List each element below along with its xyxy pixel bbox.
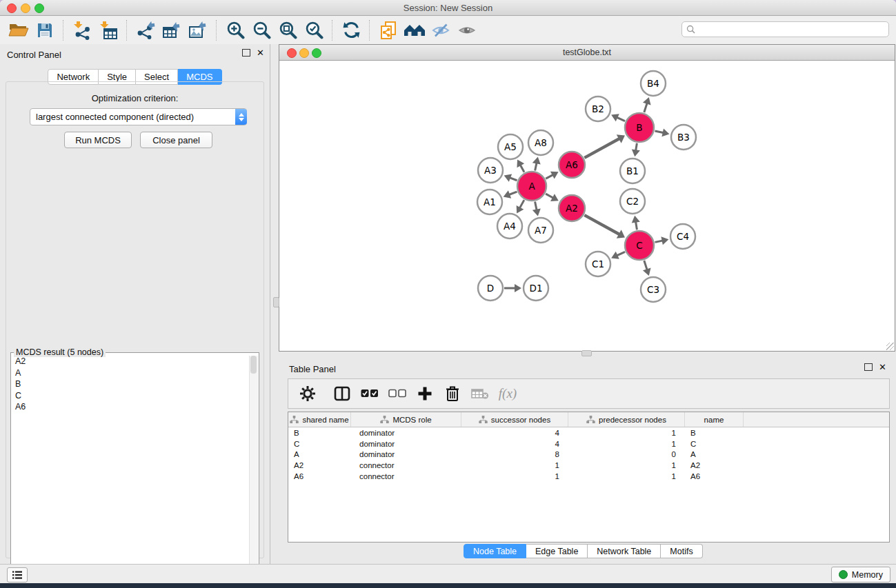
graph-node-A6[interactable]: A6	[559, 152, 585, 178]
import-network-button[interactable]	[69, 19, 95, 42]
column-label: MCDS role	[392, 416, 431, 424]
control-panel: Control Panel ✕ NetworkStyleSelectMCDS O…	[0, 44, 270, 564]
table-row[interactable]: Adominator80A	[288, 449, 889, 460]
search-input[interactable]	[698, 24, 888, 35]
select-all-columns-button[interactable]	[356, 381, 384, 406]
graph-node-C2[interactable]: C2	[620, 189, 645, 214]
result-scrollbar[interactable]	[249, 356, 258, 583]
resize-grip[interactable]	[886, 343, 894, 350]
network-window-title: testGlobe.txt	[279, 48, 895, 57]
create-column-button[interactable]	[411, 381, 439, 406]
mcds-result-item[interactable]: A	[12, 367, 249, 379]
node-label: B3	[677, 132, 690, 143]
first-neighbors-button[interactable]	[401, 19, 428, 42]
graph-node-B2[interactable]: B2	[586, 97, 610, 121]
node-label: A5	[504, 141, 517, 152]
node-label: C2	[626, 196, 639, 207]
zoom-fit-button[interactable]	[275, 19, 301, 42]
criterion-dropdown[interactable]: largest connected component (directed)	[30, 108, 247, 125]
graph-node-D1[interactable]: D1	[524, 276, 548, 301]
graph-node-D[interactable]: D	[478, 276, 503, 301]
tab-network-table[interactable]: Network Table	[588, 544, 661, 558]
column-header-shared-name[interactable]: shared name	[288, 412, 351, 427]
zoom-out-button[interactable]	[248, 19, 275, 42]
zoom-selected-button[interactable]	[301, 19, 327, 42]
table-settings-button[interactable]	[294, 381, 321, 406]
graph-node-A8[interactable]: A8	[528, 130, 553, 155]
refresh-button[interactable]	[338, 19, 364, 42]
node-label: B4	[647, 78, 659, 89]
network-view-window: testGlobe.txt AA1A2A3A4A5A6A7A8BB1B2B3B4…	[279, 44, 895, 352]
table-row[interactable]: A2connector11A2	[288, 460, 889, 471]
left-divider-handle[interactable]	[273, 297, 279, 307]
column-header-name[interactable]: name	[685, 412, 744, 427]
table-header-row: shared nameMCDS rolesuccessor nodesprede…	[288, 412, 889, 427]
float-table-panel-icon[interactable]	[864, 363, 873, 371]
dropdown-stepper-icon	[235, 109, 247, 125]
graph-node-A1[interactable]: A1	[477, 190, 502, 214]
scrollbar-thumb[interactable]	[250, 356, 257, 374]
tab-node-table[interactable]: Node Table	[464, 544, 526, 558]
graph-node-B4[interactable]: B4	[641, 71, 666, 96]
graph-node-A4[interactable]: A4	[497, 214, 522, 239]
save-session-button[interactable]	[32, 19, 58, 42]
export-network-button[interactable]	[132, 19, 159, 42]
graph-node-A2[interactable]: A2	[559, 195, 585, 221]
export-table-icon	[162, 21, 181, 40]
open-session-button[interactable]	[6, 19, 32, 42]
run-mcds-button[interactable]: Run MCDS	[64, 132, 132, 148]
tab-edge-table[interactable]: Edge Table	[526, 544, 588, 558]
mcds-result-item[interactable]: C	[12, 390, 249, 402]
graph-node-A3[interactable]: A3	[478, 158, 503, 183]
close-panel-button[interactable]: Close panel	[140, 132, 212, 148]
function-builder-button[interactable]: f(x)	[494, 381, 521, 406]
graph-node-B3[interactable]: B3	[671, 125, 696, 150]
export-table-button[interactable]	[159, 19, 185, 42]
list-icon	[12, 570, 23, 580]
graph-node-C1[interactable]: C1	[586, 252, 610, 276]
delete-table-button[interactable]	[466, 381, 494, 406]
tab-motifs[interactable]: Motifs	[661, 544, 702, 558]
delete-column-button[interactable]	[439, 381, 466, 406]
graph-node-B[interactable]: B	[625, 113, 654, 142]
graph-edge-A-A1	[504, 190, 517, 198]
column-header-predecessor-nodes[interactable]: predecessor nodes	[568, 412, 685, 427]
graph-edge-B-B1	[632, 143, 640, 157]
graph-node-C4[interactable]: C4	[670, 224, 695, 249]
cell-name: A6	[685, 472, 744, 480]
close-table-panel-icon[interactable]: ✕	[879, 363, 886, 371]
graph-node-A5[interactable]: A5	[498, 134, 523, 159]
task-history-button[interactable]	[7, 567, 28, 582]
float-panel-icon[interactable]	[242, 49, 250, 57]
fx-icon: f(x)	[499, 386, 517, 401]
graph-edge-B-B2	[611, 114, 625, 121]
zoom-in-button[interactable]	[222, 19, 248, 42]
import-table-button[interactable]	[95, 19, 121, 42]
bottom-divider-handle[interactable]	[581, 350, 592, 356]
search-field[interactable]	[681, 21, 889, 37]
close-panel-icon[interactable]: ✕	[257, 49, 264, 57]
graph-node-A[interactable]: A	[517, 172, 546, 201]
graph-node-C3[interactable]: C3	[641, 277, 666, 302]
zoom-selected-icon	[305, 21, 323, 39]
deselect-all-columns-button[interactable]	[384, 381, 411, 406]
show-column-button[interactable]	[328, 381, 356, 406]
mcds-result-item[interactable]: B	[12, 378, 249, 390]
new-network-from-selection-button[interactable]	[375, 19, 401, 42]
graph-node-B1[interactable]: B1	[620, 159, 645, 183]
column-header-successor-nodes[interactable]: successor nodes	[461, 412, 568, 427]
graph-node-A7[interactable]: A7	[528, 218, 553, 243]
hide-selected-button[interactable]	[428, 19, 454, 42]
show-all-button[interactable]	[454, 19, 480, 42]
titlebar: Session: New Session	[0, 0, 896, 16]
graph-node-C[interactable]: C	[625, 231, 654, 260]
mcds-result-item[interactable]: A2	[12, 356, 249, 367]
mcds-result-item[interactable]: A6	[12, 401, 249, 413]
column-header-MCDS-role[interactable]: MCDS role	[351, 412, 461, 427]
network-canvas[interactable]: AA1A2A3A4A5A6A7A8BB1B2B3B4CC1C2C3C4DD1	[279, 61, 895, 351]
memory-button[interactable]: Memory	[831, 567, 890, 582]
table-row[interactable]: Cdominator41C	[288, 438, 889, 449]
export-image-button[interactable]	[185, 19, 211, 42]
table-row[interactable]: A6connector11A6	[288, 471, 889, 482]
table-row[interactable]: Bdominator41B	[288, 427, 889, 438]
